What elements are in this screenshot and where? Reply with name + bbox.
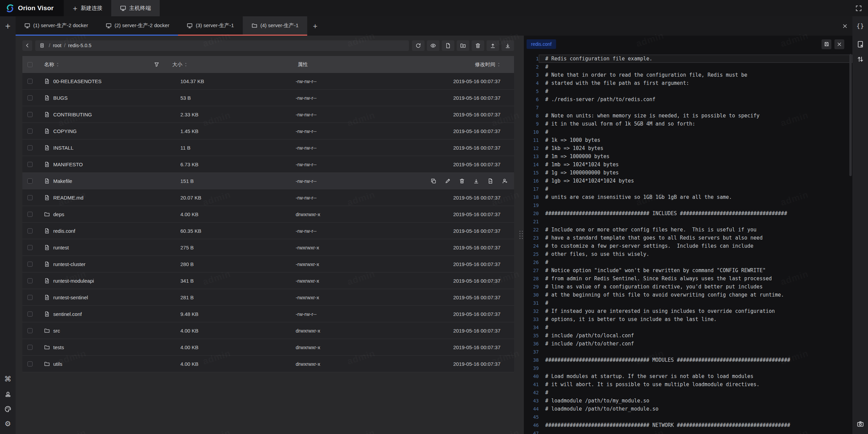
line-text[interactable]: # from admin or Redis Sentinel. Since Re… (539, 275, 852, 283)
row-checkbox[interactable] (27, 345, 33, 350)
file-row[interactable]: sentinel.conf 9.48 KB -rw-rw-r-- 2019-05… (22, 306, 514, 322)
editor-save-button[interactable] (822, 39, 831, 49)
file-row[interactable]: runtest 275 B -rwxrwxr-x 2019-05-16 00:0… (22, 239, 514, 256)
editor-file-tab[interactable]: redis.conf (527, 39, 556, 49)
refresh-button[interactable] (412, 40, 425, 51)
fullscreen-button[interactable] (849, 0, 868, 16)
file-row[interactable]: 00-RELEASENOTES 104.37 KB -rw-rw-r-- 201… (22, 73, 514, 90)
new-terminal-tab-button[interactable]: + (307, 16, 323, 36)
line-text[interactable]: # ./redis-server /path/to/redis.conf (539, 95, 852, 103)
line-text[interactable]: # Redis configuration file example. (539, 55, 852, 63)
move-icon[interactable] (488, 178, 493, 184)
row-checkbox[interactable] (27, 212, 33, 217)
line-text[interactable] (539, 413, 852, 421)
sort-by-name[interactable]: 名称 (44, 61, 59, 68)
sidebar-stamp-button[interactable] (0, 386, 16, 401)
row-checkbox[interactable] (27, 95, 33, 100)
row-checkbox[interactable] (27, 228, 33, 233)
row-checkbox[interactable] (27, 178, 33, 184)
line-text[interactable]: # 1m => 1000000 bytes (539, 152, 852, 161)
menu-host-terminal[interactable]: 主机终端 (111, 0, 160, 16)
download-icon[interactable] (473, 178, 479, 184)
line-text[interactable]: # (539, 87, 852, 95)
breadcrumb-segment[interactable]: redis-5.0.5 (68, 43, 92, 48)
file-row[interactable]: CONTRIBUTING 2.33 KB -rw-rw-r-- 2019-05-… (22, 106, 514, 123)
filter-funnel-icon[interactable] (154, 62, 159, 67)
line-text[interactable]: # (539, 299, 852, 307)
line-text[interactable]: # 1mb => 1024*1024 bytes (539, 161, 852, 169)
line-text[interactable]: # 1g => 1000000000 bytes (539, 169, 852, 177)
line-text[interactable]: # (539, 389, 852, 397)
line-text[interactable]: # Include one or more other config files… (539, 226, 852, 234)
terminal-tab[interactable]: (1) server-生产-2 docker (16, 16, 97, 36)
file-row[interactable]: src 4.00 KB drwxrwxr-x 2019-05-16 00:07:… (22, 322, 514, 339)
file-row[interactable]: BUGS 53 B -rw-rw-r-- 2019-05-16 00:07:37 (22, 90, 514, 106)
sidebar-new-tab-button[interactable]: + (0, 16, 16, 36)
edit-icon[interactable] (445, 178, 451, 184)
line-text[interactable]: # include /path/to/local.conf (539, 332, 852, 340)
line-text[interactable]: # include /path/to/other.conf (539, 340, 852, 348)
line-text[interactable]: # 1k => 1000 bytes (539, 136, 852, 144)
row-checkbox[interactable] (27, 145, 33, 150)
row-checkbox[interactable] (27, 328, 33, 333)
line-text[interactable]: # line as value of a configuration direc… (539, 283, 852, 291)
select-all-checkbox[interactable] (27, 62, 33, 67)
file-row[interactable]: Makefile 151 B -rw-rw-r-- (22, 173, 514, 189)
line-text[interactable]: # 1kb => 1024 bytes (539, 144, 852, 152)
sidebar-theme-button[interactable] (0, 401, 16, 416)
breadcrumb[interactable]: /root/redis-5.0.5 (35, 40, 409, 51)
terminal-tab[interactable]: (2) server-生产-2 docker (97, 16, 178, 36)
file-row[interactable]: README.md 20.07 KB -rw-rw-r-- 2019-05-16… (22, 189, 514, 206)
file-row[interactable]: INSTALL 11 B -rw-rw-r-- 2019-05-16 00:07… (22, 139, 514, 156)
menu-new-connection[interactable]: + 新建连接 (64, 0, 111, 16)
line-text[interactable]: # (539, 128, 852, 136)
sidebar-shortcuts-button[interactable]: ⌘ (0, 372, 16, 386)
delete-icon[interactable] (459, 178, 465, 184)
line-text[interactable]: # loadmodule /path/to/my_module.so (539, 397, 852, 405)
rail-snippets-button[interactable]: {} (852, 18, 868, 33)
line-text[interactable]: ################################## INCLU… (539, 209, 852, 218)
file-row[interactable]: runtest-sentinel 281 B -rwxrwxr-x 2019-0… (22, 289, 514, 306)
row-checkbox[interactable] (27, 162, 33, 167)
row-checkbox[interactable] (27, 295, 33, 300)
upload-button[interactable] (487, 40, 499, 51)
rail-transfer-button[interactable] (852, 52, 868, 67)
line-text[interactable]: # Note on units: when memory size is nee… (539, 112, 852, 120)
row-checkbox[interactable] (27, 278, 33, 283)
line-text[interactable]: # it will abort. It is possible to use m… (539, 380, 852, 389)
rail-file-manager-button[interactable] (852, 37, 868, 52)
splitter-grip-icon[interactable] (519, 231, 523, 239)
line-text[interactable] (539, 429, 852, 434)
line-text[interactable] (539, 218, 852, 226)
show-hidden-button[interactable] (427, 40, 439, 51)
file-row[interactable]: runtest-cluster 280 B -rwxrwxr-x 2019-05… (22, 256, 514, 272)
download-button[interactable] (501, 40, 514, 51)
file-row[interactable]: tests 4.00 KB drwxrwxr-x 2019-05-16 00:0… (22, 339, 514, 356)
back-button[interactable] (22, 40, 32, 51)
sidebar-settings-button[interactable]: ⚙ (0, 416, 16, 431)
line-text[interactable]: # at the beginning of this file to avoid… (539, 291, 852, 299)
delete-button[interactable] (472, 40, 484, 51)
row-checkbox[interactable] (27, 112, 33, 117)
line-text[interactable]: # Notice option "include" won't be rewri… (539, 266, 852, 275)
row-checkbox[interactable] (27, 79, 33, 84)
line-text[interactable]: ################################## MODUL… (539, 356, 852, 364)
line-text[interactable]: # it in the usual form of 1k 5GB 4M and … (539, 120, 852, 128)
line-text[interactable] (539, 364, 852, 372)
file-row[interactable]: deps 4.00 KB drwxrwxr-x 2019-05-16 00:07… (22, 206, 514, 223)
copy-icon[interactable] (431, 178, 436, 184)
line-text[interactable]: # other files, so use this wisely. (539, 250, 852, 258)
new-file-button[interactable] (442, 40, 454, 51)
line-text[interactable]: # (539, 323, 852, 332)
rail-screenshot-button[interactable] (852, 416, 868, 431)
file-row[interactable]: MANIFESTO 6.73 KB -rw-rw-r-- 2019-05-16 … (22, 156, 514, 173)
panel-splitter[interactable] (519, 36, 524, 434)
permissions-icon[interactable] (502, 178, 508, 184)
line-text[interactable]: # started with the file path as first ar… (539, 79, 852, 87)
line-text[interactable]: # (539, 258, 852, 266)
sort-by-size[interactable]: 大小 (172, 61, 188, 68)
file-row[interactable]: runtest-moduleapi 341 B -rwxrwxr-x 2019-… (22, 272, 514, 289)
editor-close-button[interactable] (834, 39, 844, 49)
directory-list-icon[interactable] (39, 43, 45, 48)
file-row[interactable]: redis.conf 60.35 KB -rw-rw-r-- 2019-05-1… (22, 223, 514, 239)
